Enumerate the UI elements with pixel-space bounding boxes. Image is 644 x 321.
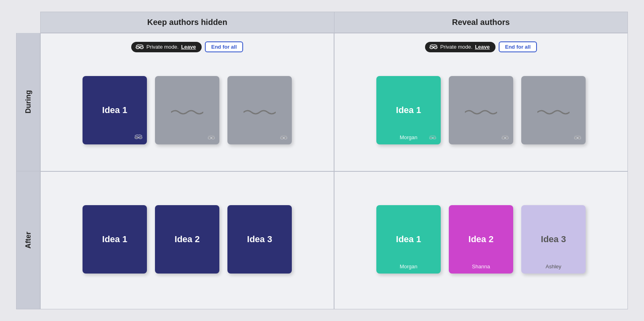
card-label: Idea 3 (541, 234, 566, 245)
cells-grid: Private mode. Leave End for all Idea 1 (40, 33, 628, 309)
cards-row-after-hidden: Idea 1 Idea 2 Idea 3 (83, 180, 292, 300)
svg-point-3 (136, 46, 139, 48)
card-after-reveal-1[interactable]: Idea 1 Morgan (376, 205, 441, 274)
card-label: Idea 1 (396, 105, 421, 115)
card-during-reveal-2 (449, 76, 513, 144)
svg-point-29 (433, 137, 436, 139)
card-during-hidden-1[interactable]: Idea 1 (83, 76, 147, 144)
svg-point-38 (575, 137, 577, 139)
card-during-hidden-2 (155, 76, 219, 144)
card-label: Idea 2 (175, 234, 200, 245)
mask-icon (429, 44, 438, 50)
main-grid: During After (16, 33, 628, 309)
row-labels: During After (16, 33, 40, 309)
private-icon (134, 134, 143, 140)
row-label-during: During (16, 33, 40, 171)
card-during-reveal-1[interactable]: Idea 1 Morgan (376, 76, 441, 144)
card-label: Idea 1 (102, 105, 127, 115)
card-after-hidden-1[interactable]: Idea 1 (83, 205, 147, 274)
card-after-hidden-2[interactable]: Idea 2 (155, 205, 219, 274)
cards-row-after-reveal: Idea 1 Morgan Idea 2 Shanna Idea 3 Ashle… (376, 180, 586, 300)
private-icon (501, 135, 509, 140)
card-after-reveal-3[interactable]: Idea 3 Ashley (521, 205, 586, 274)
card-during-reveal-3 (521, 76, 586, 144)
svg-point-14 (212, 137, 214, 139)
svg-point-19 (285, 137, 287, 139)
private-icon (207, 135, 215, 140)
cards-row-during-reveal: Idea 1 Morgan (376, 60, 586, 161)
private-icon (280, 135, 288, 140)
row-label-after: After (16, 171, 40, 310)
svg-point-39 (578, 137, 580, 139)
private-bar-during-hidden: Private mode. Leave End for all (131, 41, 244, 52)
wavy-icon (171, 108, 203, 116)
private-bar-during-reveal: Private mode. Leave End for all (425, 41, 537, 52)
svg-point-9 (139, 137, 142, 139)
svg-point-18 (281, 137, 283, 139)
mask-icon (135, 44, 144, 50)
svg-point-34 (506, 137, 508, 139)
leave-link-during-reveal[interactable]: Leave (475, 44, 490, 50)
card-label: Idea 2 (469, 234, 493, 245)
card-during-hidden-3 (227, 76, 292, 144)
svg-point-4 (140, 46, 143, 48)
cell-after-hidden: Idea 1 Idea 2 Idea 3 (40, 171, 334, 310)
card-label: Idea 1 (396, 234, 421, 245)
svg-point-23 (430, 46, 433, 48)
private-badge: Private mode. Leave (131, 42, 202, 52)
cell-after-reveal: Idea 1 Morgan Idea 2 Shanna Idea 3 Ashle… (334, 171, 628, 310)
card-label: Idea 1 (102, 234, 127, 245)
card-after-hidden-3[interactable]: Idea 3 (227, 205, 292, 274)
cell-during-hidden: Private mode. Leave End for all Idea 1 (40, 33, 334, 171)
private-badge: Private mode. Leave (425, 42, 495, 52)
private-icon (574, 135, 582, 140)
svg-point-8 (135, 137, 138, 139)
svg-point-24 (434, 46, 437, 48)
svg-point-28 (430, 137, 432, 139)
cards-row-during-hidden: Idea 1 (83, 60, 292, 161)
leave-link-during-hidden[interactable]: Leave (181, 44, 196, 50)
end-for-all-button-during-reveal[interactable]: End for all (499, 41, 537, 52)
card-author: Morgan (376, 263, 441, 270)
col-header-hidden: Keep authors hidden (40, 12, 334, 33)
end-for-all-button-during-hidden[interactable]: End for all (205, 41, 244, 52)
main-layout: Keep authors hidden Reveal authors Durin… (16, 12, 628, 309)
card-label: Idea 3 (247, 234, 272, 245)
wavy-icon (537, 108, 570, 116)
svg-point-13 (208, 137, 211, 139)
cell-during-reveal: Private mode. Leave End for all Idea 1 M… (334, 33, 628, 171)
wavy-icon (244, 108, 276, 116)
private-icon (429, 135, 437, 140)
col-header-reveal: Reveal authors (334, 12, 628, 33)
card-after-reveal-2[interactable]: Idea 2 Shanna (449, 205, 513, 274)
card-author: Shanna (449, 263, 513, 270)
svg-point-33 (502, 137, 504, 139)
wavy-icon (465, 108, 497, 116)
column-headers: Keep authors hidden Reveal authors (40, 12, 628, 33)
card-author: Ashley (521, 263, 586, 270)
